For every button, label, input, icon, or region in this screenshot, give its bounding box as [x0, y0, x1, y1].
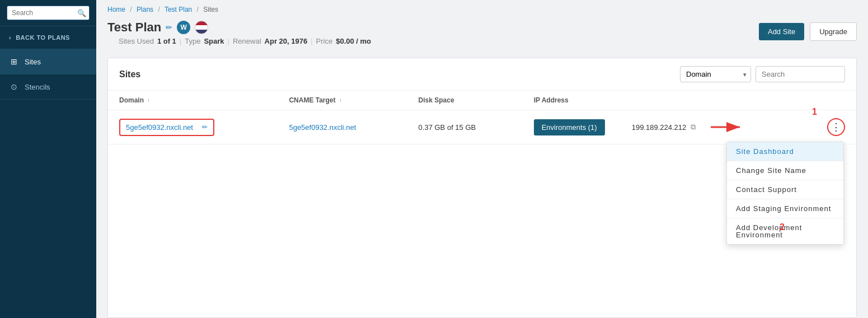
domain-filter-select[interactable]: Domain CNAME Target IP Address — [680, 66, 751, 82]
disk-space-value: 0.37 GB of 15 GB — [419, 123, 476, 132]
domain-edit-icon[interactable]: ✏ — [202, 123, 208, 131]
dropdown-menu: Site Dashboard Change Site Name Contact … — [726, 142, 844, 245]
price-label: Price — [316, 37, 333, 45]
cname-link[interactable]: 5ge5ef0932.nxcli.net — [289, 123, 356, 132]
row-actions: 1 ⋮ Site Dashboard Change Site Name Cont… — [800, 118, 845, 136]
col-actions-header — [789, 91, 856, 110]
col-domain-label: Domain — [119, 96, 144, 104]
col-cname-label: CNAME Target — [289, 96, 335, 104]
type-value: Spark — [204, 37, 224, 45]
page-title: Test Plan — [107, 20, 161, 35]
sort-cname-icon[interactable]: ↑ — [339, 97, 342, 104]
edit-icon[interactable]: ✏ — [166, 23, 172, 32]
table-row: 5ge5ef0932.nxcli.net ✏ 5ge5ef0932.nxcli.… — [108, 110, 856, 144]
back-to-plans-button[interactable]: ‹ BACK TO PLANS — [0, 26, 96, 49]
breadcrumb-home[interactable]: Home — [107, 6, 125, 13]
wordpress-icon: W — [177, 21, 190, 34]
sites-filter-area: Domain CNAME Target IP Address ▾ — [680, 66, 845, 82]
breadcrumb-sep-3: / — [197, 6, 199, 13]
sites-container: Sites Domain CNAME Target IP Address ▾ D… — [107, 58, 857, 318]
breadcrumb: Home / Plans / Test Plan / Sites — [96, 0, 868, 17]
step1-label: 1 — [812, 107, 817, 117]
sites-search-input[interactable] — [756, 66, 845, 82]
price-value: $0.00 / mo — [336, 37, 371, 45]
step2-label: 2 — [780, 222, 785, 232]
breadcrumb-test-plan[interactable]: Test Plan — [165, 6, 192, 13]
upgrade-button[interactable]: Upgrade — [810, 22, 857, 41]
dropdown-item-site-dashboard[interactable]: Site Dashboard — [727, 142, 843, 161]
sidebar-item-stencils-label: Stencils — [25, 83, 50, 91]
add-site-button[interactable]: Add Site — [759, 23, 804, 40]
page-header: Test Plan ✏ W Sites Used 1 of 1 | Type S… — [96, 17, 868, 58]
sidebar: 🔍 ‹ BACK TO PLANS ⊞ Sites ⊙ Stencils — [0, 0, 96, 318]
back-arrow-icon: ‹ — [9, 34, 11, 41]
col-ip: IP Address — [523, 91, 789, 110]
dropdown-item-contact-support[interactable]: Contact Support — [727, 180, 843, 199]
domain-cell: 5ge5ef0932.nxcli.net ✏ — [108, 110, 278, 144]
col-domain: Domain ↑ — [108, 91, 278, 110]
domain-cell-inner: 5ge5ef0932.nxcli.net ✏ — [119, 119, 214, 136]
meta-sep-2: | — [228, 37, 229, 45]
cname-cell: 5ge5ef0932.nxcli.net — [278, 110, 407, 144]
sidebar-search-input[interactable] — [7, 6, 90, 20]
dropdown-item-add-development[interactable]: Add Development Environment — [727, 218, 843, 244]
filter-select-wrapper: Domain CNAME Target IP Address ▾ — [680, 66, 751, 82]
breadcrumb-sep-1: / — [130, 6, 132, 13]
col-diskspace-label: Disk Space — [419, 96, 454, 104]
sites-used-value: 1 of 1 — [157, 37, 176, 45]
breadcrumb-current: Sites — [203, 6, 218, 13]
ip-value: 199.189.224.212 — [632, 123, 687, 132]
flag-icon — [195, 21, 208, 34]
sidebar-item-stencils[interactable]: ⊙ Stencils — [0, 74, 96, 100]
breadcrumb-sep-2: / — [158, 6, 159, 13]
sidebar-search-area: 🔍 — [0, 0, 96, 26]
main-content: Home / Plans / Test Plan / Sites Test Pl… — [96, 0, 868, 318]
sidebar-item-sites-label: Sites — [25, 58, 41, 66]
meta-sep-1: | — [180, 37, 181, 45]
col-cname: CNAME Target ↑ — [278, 91, 407, 110]
dropdown-item-change-site-name[interactable]: Change Site Name — [727, 161, 843, 180]
disk-space-cell: 0.37 GB of 15 GB — [407, 110, 523, 144]
page-title-row: Test Plan ✏ W — [107, 20, 382, 35]
renewal-label: Renewal — [233, 37, 261, 45]
meta-sep-3: | — [311, 37, 312, 45]
type-label: Type — [185, 37, 200, 45]
sites-section-title: Sites — [119, 69, 140, 80]
ip-cell: Environments (1) 199.189.224.212 ⧉ — [523, 110, 789, 144]
breadcrumb-plans[interactable]: Plans — [137, 6, 153, 13]
sites-used-label: Sites Used — [119, 37, 154, 45]
sites-icon: ⊞ — [9, 57, 19, 66]
three-dots-button[interactable]: ⋮ Site Dashboard Change Site Name Contac… — [827, 118, 845, 136]
dropdown-item-add-staging[interactable]: Add Staging Environment — [727, 199, 843, 218]
col-ip-label: IP Address — [534, 96, 569, 104]
col-diskspace: Disk Space — [407, 91, 523, 110]
actions-cell: 1 ⋮ Site Dashboard Change Site Name Cont… — [789, 110, 856, 144]
header-actions: Add Site Upgrade — [759, 20, 857, 41]
domain-link[interactable]: 5ge5ef0932.nxcli.net — [126, 123, 193, 132]
red-arrow-icon — [711, 121, 744, 133]
copy-icon[interactable]: ⧉ — [691, 123, 696, 132]
environments-button[interactable]: Environments (1) — [534, 119, 605, 135]
renewal-value: Apr 20, 1976 — [265, 37, 308, 45]
sidebar-item-sites[interactable]: ⊞ Sites — [0, 49, 96, 74]
sites-section-header: Sites Domain CNAME Target IP Address ▾ — [108, 58, 856, 91]
plan-meta: Sites Used 1 of 1 | Type Spark | Renewal… — [107, 35, 382, 52]
sites-table: Domain ↑ CNAME Target ↑ Disk Space IP Ad… — [108, 91, 856, 144]
sort-domain-icon[interactable]: ↑ — [147, 97, 150, 104]
stencils-icon: ⊙ — [9, 82, 19, 91]
back-to-plans-label: BACK TO PLANS — [16, 34, 70, 41]
environments-area: Environments (1) — [534, 119, 605, 135]
table-header-row: Domain ↑ CNAME Target ↑ Disk Space IP Ad… — [108, 91, 856, 110]
